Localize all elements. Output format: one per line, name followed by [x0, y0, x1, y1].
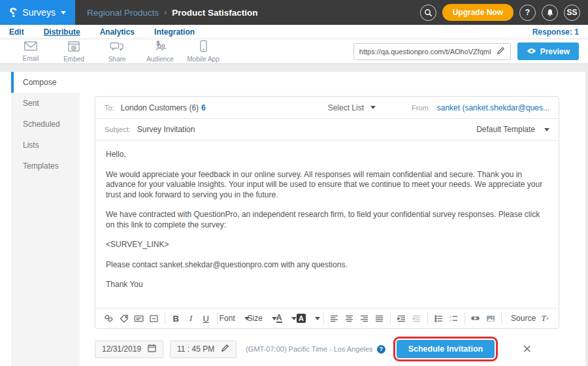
user-avatar[interactable]: SS [564, 5, 580, 21]
mobile-app-icon [199, 40, 208, 55]
font-dropdown-label: Font [220, 314, 235, 323]
schedule-time-value: 11 : 45 PM [177, 344, 214, 354]
schedule-date-value: 12/31/2019 [102, 344, 141, 354]
search-icon[interactable] [420, 5, 436, 21]
audience-icon: $ [153, 41, 167, 55]
to-value[interactable]: London Customers (6) [121, 103, 199, 112]
align-left-button[interactable] [327, 311, 341, 325]
timezone-help-icon[interactable]: ? [377, 345, 385, 354]
background-color-label: A [297, 314, 306, 323]
help-icon[interactable]: ? [519, 5, 536, 21]
tag-button[interactable] [117, 311, 131, 325]
bold-button[interactable]: B [169, 311, 183, 325]
recipient-count[interactable]: 6 [201, 103, 206, 112]
top-header: ? Surveys Regional Products › Product Sa… [0, 0, 588, 25]
product-name: Surveys [22, 7, 56, 18]
svg-text:1: 1 [449, 315, 451, 318]
sidebar-item-templates[interactable]: Templates [11, 156, 80, 176]
underline-button[interactable]: U [199, 311, 213, 325]
edit-url-pencil-icon[interactable] [497, 46, 505, 58]
from-value[interactable]: sanket (sanket.shekdar@ques... [437, 103, 549, 112]
to-label: To: [105, 104, 114, 112]
align-right-button[interactable] [357, 311, 371, 325]
toolbar-divider [465, 312, 465, 324]
align-center-button[interactable] [342, 311, 356, 325]
tab-distribute[interactable]: Distribute [44, 27, 80, 37]
chevron-down-icon [291, 317, 297, 320]
chevron-down-icon [315, 317, 320, 320]
template-dropdown[interactable]: Default Template [476, 125, 549, 134]
source-button[interactable]: Source [506, 311, 537, 325]
email-body-editor[interactable]: Hello, We would appreciate your feedback… [95, 140, 559, 308]
source-label: Source [511, 314, 536, 323]
select-list-label: Select List [328, 103, 364, 112]
template-label: Default Template [476, 125, 535, 134]
font-dropdown[interactable]: Font [221, 311, 248, 325]
insert-link-button[interactable] [468, 311, 482, 325]
share-icon [110, 41, 124, 55]
decrease-indent-button[interactable] [410, 311, 423, 325]
sidebar-item-sent[interactable]: Sent [11, 93, 80, 114]
insert-variable-link-button[interactable] [102, 311, 116, 325]
survey-url: https://qa.questionpro.com/t/AOhoVZfqml [359, 48, 491, 56]
schedule-time-field[interactable]: 11 : 45 PM [170, 341, 237, 358]
breadcrumb-separator: › [164, 8, 167, 17]
background-color-button[interactable]: A [297, 311, 319, 325]
subject-value[interactable]: Survey Invitation [137, 125, 195, 134]
justify-button[interactable] [372, 311, 386, 325]
embed-media-button[interactable] [132, 311, 146, 325]
insert-image-button[interactable] [483, 311, 497, 325]
toolbar-divider [323, 312, 324, 324]
questionpro-logo-icon: ? [9, 6, 17, 19]
channel-embed[interactable]: Embed [52, 41, 95, 63]
text-color-button[interactable]: A [276, 311, 296, 325]
sidebar-item-lists[interactable]: Lists [11, 135, 80, 156]
increase-indent-button[interactable] [395, 311, 408, 325]
edit-time-pencil-icon [221, 344, 229, 354]
email-sidebar: Compose Sent Scheduled Lists Templates [11, 72, 80, 366]
channel-share[interactable]: Share [95, 41, 139, 63]
schedule-invitation-button[interactable]: Schedule Invitation [397, 340, 495, 358]
remove-format-button[interactable]: T× [538, 311, 552, 325]
channel-audience[interactable]: $ Audience [139, 41, 182, 63]
chevron-down-icon [544, 128, 549, 131]
preview-label: Preview [540, 47, 570, 56]
font-size-dropdown[interactable]: Size [249, 311, 275, 325]
toolbar-divider [390, 312, 391, 324]
from-label: From: [412, 104, 431, 112]
numbered-list-button[interactable]: 12 [447, 311, 461, 325]
select-list-dropdown[interactable]: Select List [328, 103, 376, 112]
response-count[interactable]: Response: 1 [532, 27, 579, 37]
tab-edit[interactable]: Edit [9, 27, 24, 37]
toolbar-divider [427, 312, 428, 324]
survey-url-field[interactable]: https://qa.questionpro.com/t/AOhoVZfqml [353, 43, 511, 60]
surveys-menu[interactable]: ? Surveys [0, 0, 75, 25]
body-paragraph: Thank You [106, 280, 548, 290]
breadcrumb-folder[interactable]: Regional Products [87, 8, 159, 18]
from-group: From: sanket (sanket.shekdar@ques... [412, 103, 549, 112]
svg-text:2: 2 [449, 319, 451, 322]
sidebar-item-scheduled[interactable]: Scheduled [11, 114, 80, 135]
channel-mobile-app[interactable]: Mobile App [182, 40, 225, 63]
tab-integration[interactable]: Integration [154, 27, 195, 37]
upgrade-now-button[interactable]: Upgrade Now [442, 4, 514, 21]
channel-email[interactable]: Email [9, 41, 52, 62]
bulleted-list-button[interactable] [432, 311, 446, 325]
italic-button[interactable]: I [184, 311, 198, 325]
schedule-controls: 12/31/2019 11 : 45 PM (GMT-07:00) Pacifi… [95, 337, 531, 361]
channel-label: Mobile App [187, 56, 219, 63]
compose-email-card: To: London Customers (6) 6 Select List F… [95, 96, 559, 329]
notifications-bell-icon[interactable] [542, 5, 558, 21]
distribute-channel-bar: Email Embed Share $ Audience Mobile App [0, 39, 588, 64]
tab-analytics[interactable]: Analytics [100, 27, 135, 37]
body-paragraph: <SURVEY_LINK> [106, 240, 548, 250]
email-icon [24, 41, 38, 54]
insert-button-widget[interactable] [147, 311, 161, 325]
sidebar-item-compose[interactable]: Compose [11, 72, 83, 93]
highlight-annotation-ring: Schedule Invitation [393, 337, 498, 361]
close-icon[interactable]: × [523, 342, 531, 356]
timezone-label: (GMT-07:00) Pacific Time - Los Angeles [246, 345, 372, 353]
preview-button[interactable]: Preview [517, 42, 579, 60]
toolbar-divider [217, 312, 218, 324]
schedule-date-field[interactable]: 12/31/2019 [95, 341, 163, 358]
